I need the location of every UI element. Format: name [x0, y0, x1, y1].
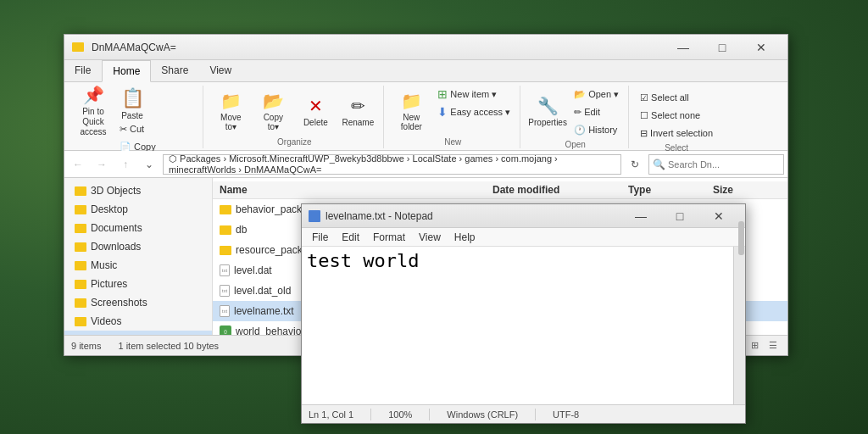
notepad-textarea[interactable]: test world: [302, 247, 733, 404]
cut-button[interactable]: ✂ Cut: [115, 120, 198, 137]
new-item-button[interactable]: ⊞ New item ▾: [433, 86, 515, 103]
notepad-content: test world: [302, 247, 745, 404]
select-none-icon: ☐: [640, 110, 648, 121]
ribbon-content: 📌 Pin to Quick access 📋 Paste ✂ Cut: [64, 82, 787, 150]
search-icon: 🔍: [653, 159, 665, 170]
sidebar-item-music[interactable]: Music: [64, 256, 212, 275]
easy-access-icon: ⬇: [437, 105, 448, 119]
address-path[interactable]: ⬡ Packages › Microsoft.MinecraftUWP_8wek…: [163, 154, 621, 175]
folder-icon: [220, 225, 231, 235]
organize-group: 📁 Moveto▾ 📂 Copyto▾ ✕ Delete ✏ Rename: [205, 86, 384, 148]
sidebar-item-documents[interactable]: Documents: [64, 219, 212, 237]
folder-icon: [75, 224, 86, 233]
open-label: Open: [565, 138, 585, 151]
notepad-scrollbar[interactable]: [733, 247, 745, 404]
ribbon-tabs: File Home Share View: [64, 60, 787, 82]
col-type-header[interactable]: Type: [628, 184, 713, 196]
select-all-icon: ☑: [640, 92, 648, 103]
history-button[interactable]: 🕐 History: [570, 121, 623, 138]
title-bar-icons: [71, 41, 85, 54]
explorer-title: DnMAAMaQCwA=: [92, 42, 664, 53]
maximize-button[interactable]: □: [703, 35, 742, 60]
window-icon: [71, 41, 85, 54]
notepad-close-button[interactable]: ✕: [699, 203, 738, 229]
refresh-button[interactable]: ↻: [625, 154, 645, 175]
select-group: ☑ Select all ☐ Select none ⊟ Invert sele…: [631, 86, 722, 148]
col-size-header[interactable]: Size: [713, 184, 781, 196]
details-view-button[interactable]: ☰: [765, 338, 781, 353]
notepad-icon: [309, 210, 320, 222]
close-button[interactable]: ✕: [742, 35, 781, 60]
sidebar-item-screenshots[interactable]: Screenshots: [64, 293, 212, 312]
recent-locations-button[interactable]: ⌄: [139, 154, 159, 175]
minimize-button[interactable]: —: [664, 35, 703, 60]
move-to-button[interactable]: 📁 Moveto▾: [210, 86, 251, 135]
organize-buttons: 📁 Moveto▾ 📂 Copyto▾ ✕ Delete ✏ Rename: [210, 86, 378, 136]
col-date-header[interactable]: Date modified: [492, 184, 628, 196]
menu-help[interactable]: Help: [448, 230, 482, 245]
pin-to-quick-access-button[interactable]: 📌 Pin to Quick access: [73, 86, 114, 135]
large-icons-view-button[interactable]: ⊞: [747, 338, 762, 353]
back-button[interactable]: ←: [68, 154, 88, 175]
open-button[interactable]: 📂 Open ▾: [570, 86, 623, 103]
notepad-maximize-button[interactable]: □: [660, 203, 699, 229]
notepad-title-bar: levelname.txt - Notepad — □ ✕: [302, 204, 745, 228]
delete-icon: ✕: [309, 96, 323, 116]
notepad-minimize-button[interactable]: —: [621, 203, 660, 229]
copy-to-button[interactable]: 📂 Copyto▾: [253, 86, 293, 135]
search-box: 🔍: [648, 154, 784, 175]
separator: [429, 409, 430, 420]
folder-icon: [75, 317, 86, 326]
forward-button[interactable]: →: [92, 154, 112, 175]
notepad-title-text: levelname.txt - Notepad: [326, 210, 621, 222]
new-buttons: 📁 Newfolder ⊞ New item ▾ ⬇ Easy access ▾: [391, 86, 515, 136]
sidebar-label: Screenshots: [91, 297, 147, 309]
folder-icon: [220, 205, 231, 214]
tab-home[interactable]: Home: [102, 60, 151, 82]
scroll-thumb: [738, 221, 744, 255]
sidebar-item-downloads[interactable]: Downloads: [64, 237, 212, 256]
easy-access-button[interactable]: ⬇ Easy access ▾: [433, 103, 515, 120]
path-text: ⬡ Packages › Microsoft.MinecraftUWP_8wek…: [169, 153, 615, 175]
notepad-window: levelname.txt - Notepad — □ ✕ File Edit …: [301, 203, 746, 424]
sidebar-item-3dobjects[interactable]: 3D Objects: [64, 181, 212, 200]
sidebar-label: 3D Objects: [91, 185, 141, 197]
sidebar-item-desktop[interactable]: Desktop: [64, 200, 212, 219]
paste-button[interactable]: 📋 Paste: [115, 86, 149, 120]
folder-icon: [75, 242, 86, 252]
edit-icon: ✏: [574, 107, 581, 118]
select-none-button[interactable]: ☐ Select none: [636, 107, 717, 124]
tab-share[interactable]: Share: [151, 60, 199, 81]
sidebar-item-pictures[interactable]: Pictures: [64, 275, 212, 293]
window-controls: — □ ✕: [664, 35, 781, 60]
open-icon: 📂: [574, 89, 586, 100]
properties-button[interactable]: 🔧 Properties: [527, 86, 568, 135]
separator: [370, 409, 371, 420]
tab-file[interactable]: File: [64, 60, 102, 81]
menu-view[interactable]: View: [412, 230, 448, 245]
select-col: ☑ Select all ☐ Select none ⊟ Invert sele…: [636, 89, 717, 142]
col-name-header[interactable]: Name: [220, 184, 492, 196]
scissors-icon: ✂: [120, 124, 127, 135]
invert-selection-button[interactable]: ⊟ Invert selection: [636, 125, 717, 142]
zoom-level: 100%: [388, 409, 412, 420]
menu-format[interactable]: Format: [366, 230, 412, 245]
folder-icon: [220, 246, 231, 255]
tab-view[interactable]: View: [199, 60, 242, 81]
sidebar-item-videos[interactable]: Videos: [64, 312, 212, 331]
select-all-button[interactable]: ☑ Select all: [636, 89, 717, 106]
rename-button[interactable]: ✏ Rename: [337, 86, 378, 135]
menu-edit[interactable]: Edit: [335, 230, 366, 245]
folder-icon: [75, 280, 86, 289]
up-button[interactable]: ↑: [115, 154, 136, 175]
explorer-title-bar: DnMAAMaQCwA= — □ ✕: [64, 35, 787, 60]
txt-icon: txt: [220, 285, 230, 297]
search-input[interactable]: [668, 159, 780, 170]
cursor-position: Ln 1, Col 1: [309, 409, 353, 420]
menu-file[interactable]: File: [305, 230, 335, 245]
edit-button[interactable]: ✏ Edit: [570, 103, 623, 120]
new-folder-button[interactable]: 📁 Newfolder: [391, 86, 431, 135]
folder-icon: [75, 261, 86, 270]
folder-icon: [75, 205, 86, 214]
delete-button[interactable]: ✕ Delete: [295, 86, 336, 135]
